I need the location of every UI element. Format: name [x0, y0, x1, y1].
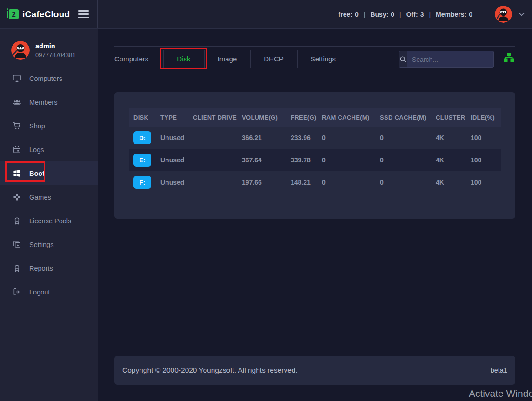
- svg-text:2: 2: [12, 11, 16, 19]
- sidebar-item-computers[interactable]: Computers: [0, 67, 98, 90]
- sidebar-item-games[interactable]: Games: [0, 185, 98, 209]
- report-badge-icon: [13, 264, 21, 273]
- user-avatar[interactable]: [495, 6, 512, 23]
- sidebar-item-settings[interactable]: Settings: [0, 233, 98, 256]
- chevron-down-icon[interactable]: [519, 10, 525, 16]
- footer: Copyright © 2000-2020 Youngzsoft. All ri…: [114, 356, 515, 385]
- disk-badge[interactable]: F:: [133, 176, 151, 189]
- ninja-avatar-icon: [495, 6, 512, 23]
- gamepad-icon: [13, 193, 21, 201]
- profile-info: admin 097778704381: [35, 42, 76, 59]
- version-label: beta1: [491, 367, 507, 374]
- hamburger-icon[interactable]: [78, 8, 89, 20]
- cell-free: 339.78: [291, 156, 322, 164]
- tab-image[interactable]: Image: [204, 47, 251, 71]
- license-badge-icon: [13, 216, 21, 225]
- status-separator: |: [399, 11, 401, 18]
- status-separator: |: [429, 11, 431, 18]
- col-ram-cache: RAM CACHE(M): [322, 114, 380, 121]
- tab-label: Settings: [311, 55, 336, 63]
- col-ssd-cache: SSD CACHE(M): [380, 114, 436, 121]
- status-summary: free:0 | Busy:0 | Off:3 | Members:0: [339, 11, 472, 18]
- topbar-brand-area: 2 iCafeCloud: [0, 0, 98, 28]
- sidebar-item-label: Logs: [29, 146, 44, 154]
- cell-volume: 366.21: [242, 134, 291, 141]
- icafecloud-logo-icon: 2: [6, 7, 20, 21]
- cell-ram-cache: 0: [322, 134, 380, 141]
- disk-table: DISK TYPE CLIENT DRIVE VOLUME(G) FREE(G)…: [129, 108, 501, 194]
- status-separator: |: [364, 11, 366, 18]
- sidebar-item-reports[interactable]: Reports: [0, 256, 98, 280]
- sidebar-item-label: Settings: [29, 241, 53, 248]
- activate-windows-watermark: Activate Windows: [469, 388, 532, 399]
- sidebar-item-members[interactable]: Members: [0, 90, 98, 114]
- sidebar-item-shop[interactable]: Shop: [0, 114, 98, 138]
- sidebar-item-label: Games: [29, 194, 51, 201]
- brand-logo[interactable]: 2 iCafeCloud: [6, 7, 70, 21]
- sidebar-item-label: Members: [29, 99, 57, 106]
- sidebar-item-boot[interactable]: Boot: [0, 161, 98, 185]
- status-busy: Busy:0: [370, 11, 394, 18]
- sidebar-profile: admin 097778704381: [0, 29, 98, 67]
- monitor-icon: [13, 74, 21, 83]
- cell-type: Unused: [160, 156, 193, 164]
- col-disk: DISK: [133, 114, 160, 121]
- sidebar-item-label: Shop: [29, 122, 45, 130]
- search-input[interactable]: [407, 51, 494, 67]
- sidebar-item-logout[interactable]: Logout: [0, 280, 98, 304]
- content-tabbar: Computers Disk Image DHCP Settings: [114, 46, 515, 77]
- cell-ssd-cache: 0: [380, 134, 436, 141]
- cell-volume: 367.64: [242, 156, 291, 164]
- cell-idle: 100: [471, 134, 501, 141]
- sidebar-item-label: License Pools: [29, 217, 71, 225]
- tab-label: Image: [218, 55, 237, 63]
- table-row-drive-d[interactable]: D: Unused 366.21 233.96 0 0 4K 100: [129, 127, 501, 149]
- col-volume: VOLUME(G): [242, 114, 291, 121]
- disk-badge[interactable]: D:: [133, 131, 151, 144]
- sidebar-item-label: Boot: [29, 170, 45, 177]
- network-sitemap-icon[interactable]: [504, 52, 514, 65]
- tab-computers[interactable]: Computers: [114, 47, 163, 71]
- members-icon: [13, 98, 21, 107]
- copyright-text: Copyright © 2000-2020 Youngzsoft. All ri…: [122, 366, 298, 374]
- tab-label: DHCP: [264, 55, 284, 63]
- disk-badge[interactable]: E:: [133, 154, 151, 167]
- status-off: Off:3: [406, 11, 424, 18]
- layers-icon: [13, 240, 21, 249]
- sidebar-item-label: Computers: [29, 75, 62, 82]
- profile-phone: 097778704381: [35, 52, 76, 59]
- cell-volume: 197.66: [242, 179, 291, 186]
- cell-cluster: 4K: [436, 134, 471, 141]
- calendar-icon: [13, 145, 21, 154]
- col-free: FREE(G): [291, 114, 322, 121]
- tab-settings[interactable]: Settings: [297, 47, 349, 71]
- sidebar-item-license-pools[interactable]: License Pools: [0, 209, 98, 233]
- table-row-drive-e[interactable]: E: Unused 367.64 339.78 0 0 4K 100: [129, 149, 501, 171]
- brand-name: iCafeCloud: [22, 9, 70, 20]
- table-header-row: DISK TYPE CLIENT DRIVE VOLUME(G) FREE(G)…: [129, 108, 501, 127]
- topbar-right: free:0 | Busy:0 | Off:3 | Members:0: [98, 0, 532, 28]
- table-row-drive-f[interactable]: F: Unused 197.66 148.21 0 0 4K 100: [129, 171, 501, 194]
- sidebar-item-logs[interactable]: Logs: [0, 138, 98, 161]
- cell-idle: 100: [471, 156, 501, 164]
- sidebar: admin 097778704381 Computers Members: [0, 29, 98, 401]
- icafecloud-app: 2 iCafeCloud free:0 | Busy:0 | Off:3: [0, 0, 532, 401]
- cell-ssd-cache: 0: [380, 156, 436, 164]
- search-box: [399, 51, 494, 68]
- sidebar-item-label: Reports: [29, 265, 53, 272]
- col-cluster: CLUSTER: [436, 114, 471, 121]
- topbar: 2 iCafeCloud free:0 | Busy:0 | Off:3: [0, 0, 532, 29]
- tab-label: Disk: [177, 55, 190, 63]
- cell-free: 233.96: [291, 134, 322, 141]
- sidebar-nav: Computers Members Shop: [0, 67, 98, 304]
- cell-type: Unused: [160, 179, 193, 186]
- tab-dhcp[interactable]: DHCP: [250, 47, 297, 71]
- cell-cluster: 4K: [436, 156, 471, 164]
- tab-disk[interactable]: Disk: [163, 47, 204, 71]
- profile-avatar[interactable]: [11, 41, 30, 60]
- cell-idle: 100: [471, 179, 501, 186]
- sidebar-item-label: Logout: [29, 288, 50, 296]
- search-button[interactable]: [399, 51, 407, 67]
- cell-ram-cache: 0: [322, 179, 380, 186]
- cell-type: Unused: [160, 134, 193, 141]
